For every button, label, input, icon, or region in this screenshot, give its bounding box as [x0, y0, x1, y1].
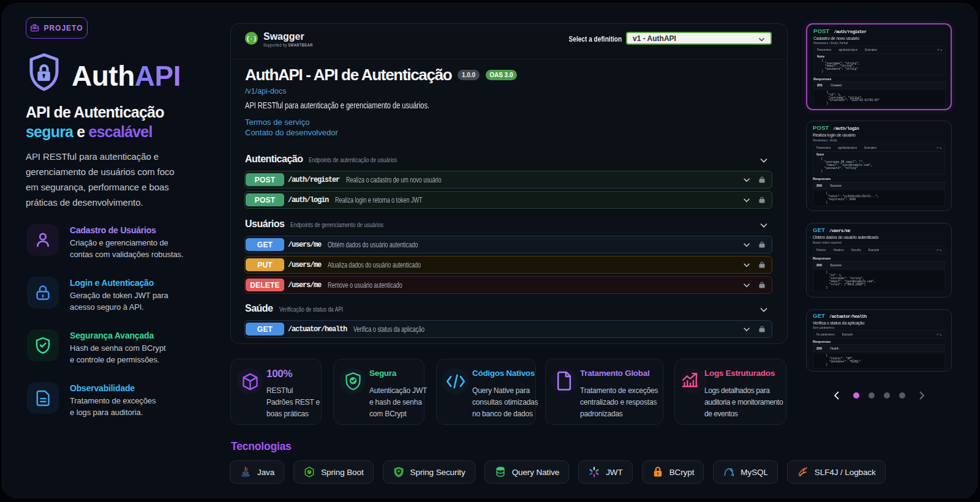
svg-text:{·}: {·}	[246, 36, 257, 42]
